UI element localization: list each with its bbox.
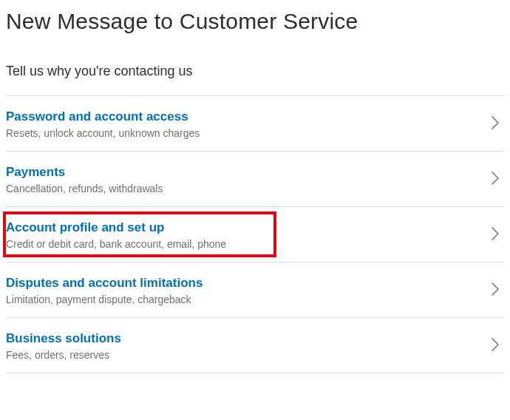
- category-business-solutions[interactable]: Business solutions Fees, orders, reserve…: [6, 318, 504, 373]
- category-password-access[interactable]: Password and account access Resets, unlo…: [6, 96, 504, 152]
- chevron-right-icon: [491, 226, 500, 244]
- category-text: Business solutions Fees, orders, reserve…: [6, 331, 482, 361]
- category-text: Account profile and set up Credit or deb…: [6, 220, 482, 250]
- category-title: Disputes and account limitations: [6, 276, 482, 291]
- chevron-right-icon: [491, 282, 500, 299]
- chevron-right-icon: [491, 115, 500, 133]
- category-text: Payments Cancellation, refunds, withdraw…: [6, 165, 482, 194]
- category-list: Password and account access Resets, unlo…: [6, 95, 504, 373]
- category-text: Password and account access Resets, unlo…: [6, 109, 482, 139]
- category-desc: Cancellation, refunds, withdrawals: [6, 183, 482, 194]
- category-title: Account profile and set up: [6, 220, 482, 235]
- page-title: New Message to Customer Service: [6, 9, 504, 34]
- category-account-profile[interactable]: Account profile and set up Credit or deb…: [6, 207, 504, 262]
- chevron-right-icon: [491, 171, 500, 189]
- category-desc: Fees, orders, reserves: [6, 349, 482, 361]
- category-title: Business solutions: [6, 331, 482, 346]
- category-payments[interactable]: Payments Cancellation, refunds, withdraw…: [6, 152, 504, 207]
- category-disputes[interactable]: Disputes and account limitations Limitat…: [6, 262, 504, 318]
- subtitle: Tell us why you're contacting us: [6, 64, 504, 79]
- category-desc: Credit or debit card, bank account, emai…: [6, 238, 482, 250]
- category-desc: Limitation, payment dispute, chargeback: [6, 294, 482, 305]
- category-title: Payments: [6, 165, 482, 180]
- category-desc: Resets, unlock account, unknown charges: [6, 127, 482, 139]
- chevron-right-icon: [491, 337, 500, 355]
- category-title: Password and account access: [6, 109, 482, 124]
- category-text: Disputes and account limitations Limitat…: [6, 276, 482, 305]
